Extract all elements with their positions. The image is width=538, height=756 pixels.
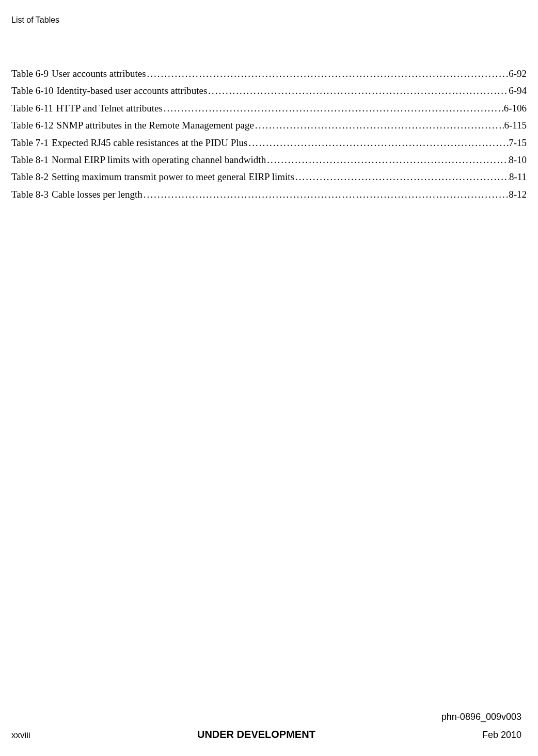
toc-page: 6-106 xyxy=(504,101,527,116)
toc-label: Table 6-10 xyxy=(11,83,54,99)
footer-pagenum: xxviii xyxy=(11,730,30,741)
toc-label: Table 6-11 xyxy=(11,101,53,116)
toc-label: Table 8-2 xyxy=(11,169,49,185)
toc-row: Table 8-1 Normal EIRP limits with operat… xyxy=(11,152,527,168)
toc-label: Table 8-1 xyxy=(11,152,49,168)
toc-page: 6-115 xyxy=(504,118,527,133)
footer-row: xxviii UNDER DEVELOPMENT Feb 2010 xyxy=(11,729,527,741)
footer-status: UNDER DEVELOPMENT xyxy=(197,729,315,741)
toc-row: Table 6-11 HTTP and Telnet attributes ..… xyxy=(11,101,527,116)
toc-page: 8-11 xyxy=(509,169,527,185)
toc-row: Table 6-10 Identity-based user accounts … xyxy=(11,83,527,99)
toc-title: Normal EIRP limits with operating channe… xyxy=(49,152,266,168)
toc-title: SNMP attributes in the Remote Management… xyxy=(54,118,254,133)
header-title: List of Tables xyxy=(11,15,59,24)
toc-dots: ........................................… xyxy=(254,118,504,133)
footer-date: Feb 2010 xyxy=(482,730,527,741)
document-page: List of Tables Table 6-9 User accounts a… xyxy=(0,0,538,756)
toc-row: Table 6-9 User accounts attributes .....… xyxy=(11,66,527,82)
toc-label: Table 6-9 xyxy=(11,66,49,82)
page-footer: phn-0896_009v003 xxviii UNDER DEVELOPMEN… xyxy=(0,712,538,741)
toc-title: Setting maximum transmit power to meet g… xyxy=(49,169,294,185)
toc-page: 8-12 xyxy=(509,187,527,202)
toc-dots: ........................................… xyxy=(146,66,509,82)
toc-label: Table 7-1 xyxy=(11,135,49,151)
toc-label: Table 8-3 xyxy=(11,187,49,202)
toc-page: 7-15 xyxy=(509,135,527,151)
toc-label: Table 6-12 xyxy=(11,118,54,133)
toc-page: 8-10 xyxy=(509,152,527,168)
footer-docref: phn-0896_009v003 xyxy=(11,712,527,722)
toc-dots: ........................................… xyxy=(266,152,509,168)
toc-title: Cable losses per length xyxy=(49,187,143,202)
toc-row: Table 8-2 Setting maximum transmit power… xyxy=(11,169,527,185)
toc-content: Table 6-9 User accounts attributes .....… xyxy=(0,66,538,202)
toc-dots: ........................................… xyxy=(163,101,504,116)
toc-title: HTTP and Telnet attributes xyxy=(53,101,163,116)
toc-dots: ........................................… xyxy=(247,135,509,151)
toc-title: User accounts attributes xyxy=(49,66,146,82)
toc-title: Identity-based user accounts attributes xyxy=(54,83,208,99)
toc-title: Expected RJ45 cable resistances at the P… xyxy=(49,135,247,151)
toc-dots: ........................................… xyxy=(207,83,509,99)
toc-dots: ........................................… xyxy=(143,187,509,202)
toc-page: 6-92 xyxy=(509,66,527,82)
toc-row: Table 8-3 Cable losses per length ......… xyxy=(11,187,527,202)
page-header: List of Tables xyxy=(0,15,538,25)
toc-dots: ........................................… xyxy=(294,169,509,185)
toc-row: Table 7-1 Expected RJ45 cable resistance… xyxy=(11,135,527,151)
toc-page: 6-94 xyxy=(509,83,527,99)
toc-row: Table 6-12 SNMP attributes in the Remote… xyxy=(11,118,527,133)
